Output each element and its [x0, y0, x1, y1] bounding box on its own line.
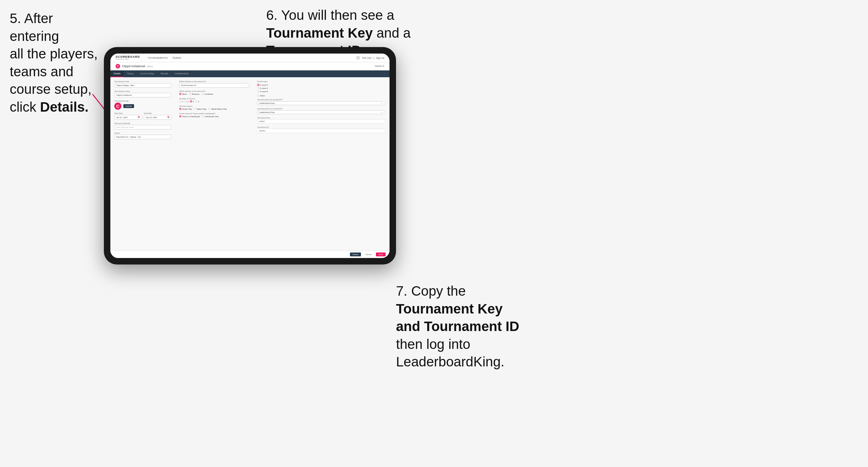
logo-label: Tournament logo: [114, 100, 172, 102]
user-avatar: [356, 56, 360, 60]
rounds-3-radio[interactable]: [190, 100, 192, 102]
third-party-1-select[interactable]: Leaderboard King ✕ ⌄: [257, 101, 385, 105]
tab-leaderboards[interactable]: Leaderboards: [172, 70, 192, 77]
rounds-label: Number of rounds: [179, 98, 249, 100]
format-6count5[interactable]: 6 count 5: [257, 90, 385, 93]
third-party-1-group: Use third-party live scoring API? Leader…: [257, 99, 385, 105]
scoring-match-radio[interactable]: [194, 108, 196, 110]
gender-womens[interactable]: Womens: [189, 93, 199, 95]
host-field-group: Tournament Host Clippd College - Men ⌄: [114, 81, 172, 88]
third-party-1-clear[interactable]: ✕ ⌄: [381, 102, 384, 104]
scoring-label: Scoring system: [179, 105, 249, 107]
tab-bar[interactable]: Details Teams Course Setup Results Leade…: [111, 70, 390, 77]
upload-button[interactable]: Upload: [123, 104, 134, 108]
scoring-medal-radio[interactable]: [208, 108, 211, 110]
name-label: Tournament name: [114, 90, 172, 92]
scoring-radio-group: Stroke Play Match Play Medal Match Play: [179, 108, 249, 110]
sponsor-label: Sponsor (optional): [114, 122, 172, 124]
individuals-radio[interactable]: [202, 115, 204, 118]
sign-out-link[interactable]: Sign out: [376, 57, 384, 59]
right-column: Format type 5 count 4 6 count 4 6 count …: [253, 77, 390, 251]
individuals-only[interactable]: Individuals Only: [202, 115, 218, 118]
teams-with-individuals[interactable]: Teams (+Individuals): [179, 115, 200, 118]
gender-mens[interactable]: Mens: [179, 93, 187, 95]
nav-links[interactable]: TOURNAMENTS TEAMS: [148, 57, 181, 59]
rounds-1-radio[interactable]: [179, 100, 182, 102]
rounds-2-radio[interactable]: [184, 100, 187, 102]
rounds-radio-group: 1 2 3 4: [179, 100, 249, 102]
scoring-match[interactable]: Match Play: [194, 108, 207, 110]
annotation-bottom-right: 7. Copy the Tournament Key and Tournamen…: [396, 282, 532, 371]
teams-radio-group: Teams (+Individuals) Individuals Only: [179, 115, 249, 118]
other-option-container: Other: [257, 94, 385, 97]
division-dropdown-icon: ⌄: [246, 84, 247, 86]
tournament-key-value[interactable]: b4f6b7: [257, 119, 385, 124]
delete-button[interactable]: Delete: [350, 252, 361, 256]
name-input[interactable]: Clippd Invitational: [114, 93, 172, 97]
rounds-1[interactable]: 1: [179, 100, 183, 102]
action-bar: Delete Cancel Save: [111, 251, 390, 258]
tablet-device: SCOREBOARD Powered by clippd TOURNAMENTS…: [104, 47, 396, 264]
tournament-id-value[interactable]: 302051: [257, 128, 385, 133]
cancel-x-button[interactable]: Cancel ✕: [375, 65, 384, 67]
tab-course-setup[interactable]: Course Setup: [137, 70, 157, 77]
gender-mens-radio[interactable]: [179, 93, 182, 95]
end-date-input[interactable]: Jan 23, 2024 📅: [144, 115, 172, 120]
format-options: 5 count 4 6 count 4 6 count 5: [257, 84, 385, 93]
scoring-medal[interactable]: Medal Match Play: [208, 108, 227, 110]
third-party-2-label: Use third-party live scoring API?: [257, 108, 385, 110]
venue-dropdown-icon: ⌄: [168, 136, 169, 138]
rounds-4-radio[interactable]: [195, 100, 197, 102]
annotation-left: 5. After entering all the players, teams…: [10, 10, 101, 116]
third-party-2-select[interactable]: Leaderboard King ✕ ⌄: [257, 110, 385, 114]
mid-column: Which division is the event for? NCAA Di…: [175, 77, 253, 251]
teams-field-group: Is this event for Teams and/or Individua…: [179, 113, 249, 118]
format-other[interactable]: Other: [257, 94, 385, 97]
rounds-4[interactable]: 4: [195, 100, 199, 102]
teams-radio[interactable]: [179, 115, 182, 118]
start-date-calendar-icon: 📅: [137, 116, 140, 119]
host-input[interactable]: Clippd College - Men ⌄: [114, 83, 172, 88]
cancel-button[interactable]: Cancel: [363, 252, 374, 256]
tab-results[interactable]: Results: [157, 70, 172, 77]
host-label: Tournament Host: [114, 81, 172, 83]
user-name: Test User: [362, 57, 372, 59]
format-6count5-radio[interactable]: [257, 90, 259, 93]
format-5count4-radio[interactable]: [257, 84, 259, 86]
tournament-title: Clippd Invitational (Men): [122, 65, 153, 68]
sponsor-input[interactable]: Enter sponsor name: [114, 125, 172, 129]
gender-womens-radio[interactable]: [189, 93, 191, 95]
rounds-field-group: Number of rounds 1 2 3: [179, 98, 249, 102]
venue-input[interactable]: Peachtree GC - Atlanta - GA ⌄: [114, 135, 172, 139]
sponsor-field-group: Sponsor (optional) Enter sponsor name: [114, 122, 172, 129]
tab-details[interactable]: Details: [111, 70, 124, 77]
tournament-logo: C: [116, 64, 120, 68]
nav-tournaments[interactable]: TOURNAMENTS: [148, 57, 168, 59]
rounds-2[interactable]: 2: [184, 100, 188, 102]
left-column: Tournament Host Clippd College - Men ⌄ T…: [111, 77, 175, 251]
date-row: Start date Jan 21, 2024 📅 End date Jan 2…: [114, 112, 172, 120]
rounds-3[interactable]: 3: [190, 100, 194, 102]
format-6count4[interactable]: 6 count 4: [257, 87, 385, 89]
gender-combined-radio[interactable]: [201, 93, 204, 95]
third-party-2-clear[interactable]: ✕ ⌄: [381, 111, 384, 113]
tablet-screen: SCOREBOARD Powered by clippd TOURNAMENTS…: [111, 54, 390, 258]
gender-combined[interactable]: Combined: [201, 93, 213, 95]
tournament-key-group: Tournament Key b4f6b7: [257, 117, 385, 124]
start-date-label: Start date: [114, 112, 142, 114]
end-date-field: End date Jan 23, 2024 📅: [144, 112, 172, 120]
gender-radio-group: Mens Womens Combined: [179, 93, 249, 95]
format-6count4-radio[interactable]: [257, 87, 259, 89]
tab-teams[interactable]: Teams: [124, 70, 137, 77]
format-5count4[interactable]: 5 count 4: [257, 84, 385, 86]
scoring-stroke-radio[interactable]: [179, 108, 182, 110]
format-other-radio[interactable]: [257, 94, 259, 97]
save-button[interactable]: Save: [376, 252, 385, 256]
teams-label: Is this event for Teams and/or Individua…: [179, 113, 249, 115]
division-input[interactable]: NCAA Division III ⌄: [179, 83, 249, 88]
scoring-stroke[interactable]: Stroke Play: [179, 108, 192, 110]
start-date-input[interactable]: Jan 21, 2024 📅: [114, 115, 142, 120]
gender-label: Which gender is the event for?: [179, 90, 249, 92]
nav-teams[interactable]: TEAMS: [173, 57, 182, 59]
scoring-field-group: Scoring system Stroke Play Match Play: [179, 105, 249, 110]
